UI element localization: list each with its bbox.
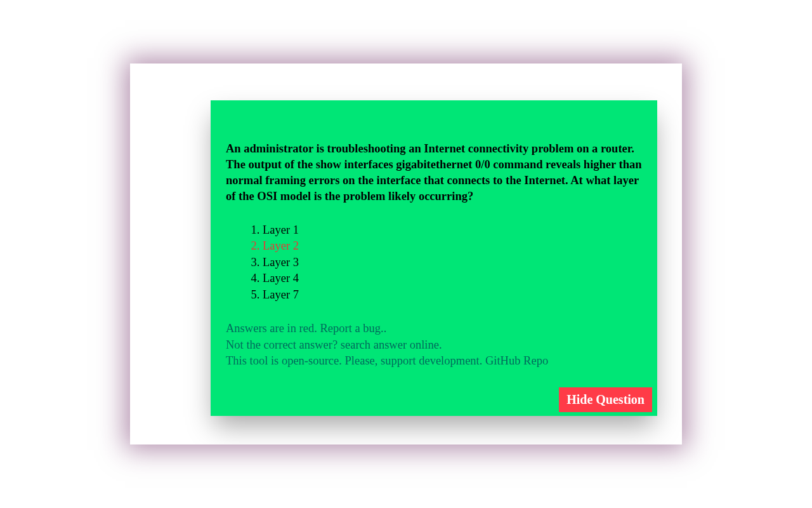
answer-option: Layer 3 bbox=[263, 255, 642, 271]
hide-question-button[interactable]: Hide Question bbox=[559, 387, 652, 412]
footer-line-github[interactable]: This tool is open-source. Please, suppor… bbox=[226, 353, 642, 370]
question-text: An administrator is troubleshooting an I… bbox=[226, 141, 642, 204]
question-card: An administrator is troubleshooting an I… bbox=[211, 100, 657, 416]
footer-text: Answers are in red. Report a bug.. Not t… bbox=[226, 321, 642, 370]
answer-options-list: Layer 1 Layer 2 Layer 3 Layer 4 Layer 7 bbox=[263, 222, 642, 304]
footer-line-search[interactable]: Not the correct answer? search answer on… bbox=[226, 337, 642, 354]
answer-option: Layer 7 bbox=[263, 287, 642, 304]
answer-option-correct: Layer 2 bbox=[263, 238, 642, 255]
footer-line-report[interactable]: Answers are in red. Report a bug.. bbox=[226, 321, 642, 337]
answer-option: Layer 1 bbox=[263, 222, 642, 239]
answer-option: Layer 4 bbox=[263, 271, 642, 287]
app-frame[interactable]: An administrator is troubleshooting an I… bbox=[130, 64, 682, 444]
